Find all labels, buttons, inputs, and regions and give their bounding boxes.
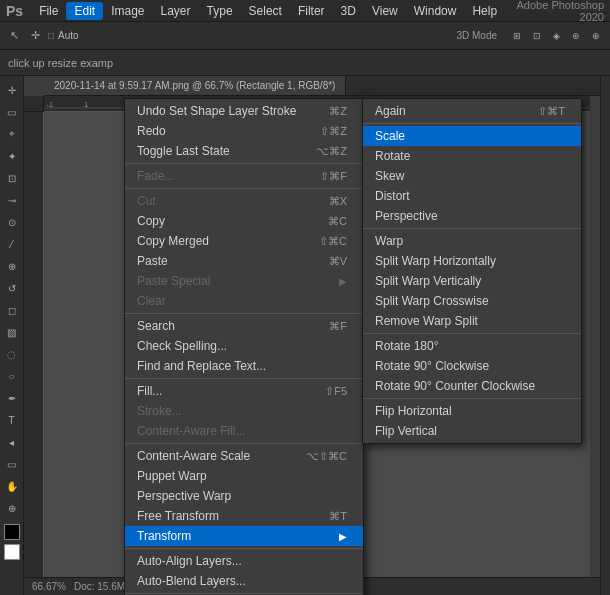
background-color[interactable] [4,544,20,560]
menu-transform[interactable]: Transform ▶ [125,526,363,546]
3d-btn-3[interactable]: ◈ [549,29,564,43]
eyedropper-icon[interactable]: ⊸ [2,190,22,210]
edit-menu: Undo Set Shape Layer Stroke ⌘Z Redo ⇧⌘Z … [124,98,364,595]
right-panel [600,76,610,595]
menu-redo[interactable]: Redo ⇧⌘Z [125,121,363,141]
foreground-color[interactable] [4,524,20,540]
shape-tool-icon[interactable]: ▭ [2,454,22,474]
menu-auto-align[interactable]: Auto-Align Layers... [125,551,363,571]
dodge-icon[interactable]: ○ [2,366,22,386]
menu-type[interactable]: Type [199,2,241,20]
sep1 [125,163,363,164]
history-brush-icon[interactable]: ↺ [2,278,22,298]
app-logo: Ps [6,3,23,19]
auto-checkbox: □ [48,30,54,41]
menu-undo[interactable]: Undo Set Shape Layer Stroke ⌘Z [125,101,363,121]
blur-icon[interactable]: ◌ [2,344,22,364]
menu-content-aware-fill: Content-Aware Fill... [125,421,363,441]
text-tool-icon[interactable]: T [2,410,22,430]
eraser-icon[interactable]: ◻ [2,300,22,320]
move-tool-icon[interactable]: ✛ [2,80,22,100]
menu-select[interactable]: Select [241,2,290,20]
transform-split-warp-vertically[interactable]: Split Warp Vertically [363,271,581,291]
transform-skew[interactable]: Skew [363,166,581,186]
sep2 [125,188,363,189]
menu-fill[interactable]: Fill... ⇧F5 [125,381,363,401]
menu-help[interactable]: Help [464,2,505,20]
arrow-tool[interactable]: ↖ [6,27,23,44]
menu-perspective-warp[interactable]: Perspective Warp [125,486,363,506]
sep3 [125,313,363,314]
transform-flip-horizontal[interactable]: Flip Horizontal [363,401,581,421]
transform-split-warp-horizontally[interactable]: Split Warp Horizontally [363,251,581,271]
menu-cut: Cut ⌘X [125,191,363,211]
menu-clear: Clear [125,291,363,311]
sep5 [125,443,363,444]
transform-perspective[interactable]: Perspective [363,206,581,226]
transform-submenu: Again ⇧⌘T Scale Rotate Skew Distort Pers… [362,98,582,444]
menu-paste-special: Paste Special ▶ [125,271,363,291]
transform-rotate[interactable]: Rotate [363,146,581,166]
menu-image[interactable]: Image [103,2,152,20]
options-text: click up resize examp [8,57,113,69]
menu-copy[interactable]: Copy ⌘C [125,211,363,231]
menu-free-transform[interactable]: Free Transform ⌘T [125,506,363,526]
crop-tool-icon[interactable]: ⊡ [2,168,22,188]
menu-view[interactable]: View [364,2,406,20]
sep4 [125,378,363,379]
menu-content-aware-scale[interactable]: Content-Aware Scale ⌥⇧⌘C [125,446,363,466]
transform-again[interactable]: Again ⇧⌘T [363,101,581,121]
sep7 [125,593,363,594]
lasso-tool-icon[interactable]: ⌖ [2,124,22,144]
menu-search[interactable]: Search ⌘F [125,316,363,336]
tsep2 [363,228,581,229]
auto-label: Auto [58,30,79,41]
content-area: 2020-11-14 at 9.59.17 AM.png @ 66.7% (Re… [24,76,600,595]
menu-copy-merged[interactable]: Copy Merged ⇧⌘C [125,231,363,251]
tsep4 [363,398,581,399]
menu-puppet-warp[interactable]: Puppet Warp [125,466,363,486]
hand-tool-icon[interactable]: ✋ [2,476,22,496]
transform-remove-warp-split[interactable]: Remove Warp Split [363,311,581,331]
menu-file[interactable]: File [31,2,66,20]
menu-paste[interactable]: Paste ⌘V [125,251,363,271]
menu-3d[interactable]: 3D [333,2,364,20]
menu-toggle-last-state[interactable]: Toggle Last State ⌥⌘Z [125,141,363,161]
magic-wand-icon[interactable]: ✦ [2,146,22,166]
gradient-icon[interactable]: ▨ [2,322,22,342]
toolbar: ↖ ✛ □ Auto 3D Mode ⊞ ⊡ ◈ ⊛ ⊕ [0,22,610,50]
zoom-tool-icon[interactable]: ⊕ [2,498,22,518]
3d-btn-5[interactable]: ⊕ [588,29,604,43]
pen-tool-icon[interactable]: ✒ [2,388,22,408]
brush-tool-icon[interactable]: ∕ [2,234,22,254]
spot-heal-icon[interactable]: ⊙ [2,212,22,232]
menu-check-spelling[interactable]: Check Spelling... [125,336,363,356]
menu-edit[interactable]: Edit [66,2,103,20]
move-tool[interactable]: ✛ [27,27,44,44]
selection-tool-icon[interactable]: ▭ [2,102,22,122]
menu-layer[interactable]: Layer [153,2,199,20]
mode-label: 3D Mode [456,30,497,41]
menu-find-replace[interactable]: Find and Replace Text... [125,356,363,376]
sep6 [125,548,363,549]
transform-distort[interactable]: Distort [363,186,581,206]
transform-rotate-90-ccw[interactable]: Rotate 90° Counter Clockwise [363,376,581,396]
menu-auto-blend[interactable]: Auto-Blend Layers... [125,571,363,591]
transform-scale[interactable]: Scale [363,126,581,146]
options-bar: click up resize examp [0,50,610,76]
clone-tool-icon[interactable]: ⊕ [2,256,22,276]
transform-rotate-90-cw[interactable]: Rotate 90° Clockwise [363,356,581,376]
3d-btn-4[interactable]: ⊛ [568,29,584,43]
path-select-icon[interactable]: ◂ [2,432,22,452]
transform-split-warp-crosswise[interactable]: Split Warp Crosswise [363,291,581,311]
3d-btn-2[interactable]: ⊡ [529,29,545,43]
menu-fade: Fade... ⇧⌘F [125,166,363,186]
transform-flip-vertical[interactable]: Flip Vertical [363,421,581,441]
menu-window[interactable]: Window [406,2,465,20]
tsep3 [363,333,581,334]
3d-btn-1[interactable]: ⊞ [509,29,525,43]
transform-warp[interactable]: Warp [363,231,581,251]
menu-filter[interactable]: Filter [290,2,333,20]
transform-rotate-180[interactable]: Rotate 180° [363,336,581,356]
tsep1 [363,123,581,124]
